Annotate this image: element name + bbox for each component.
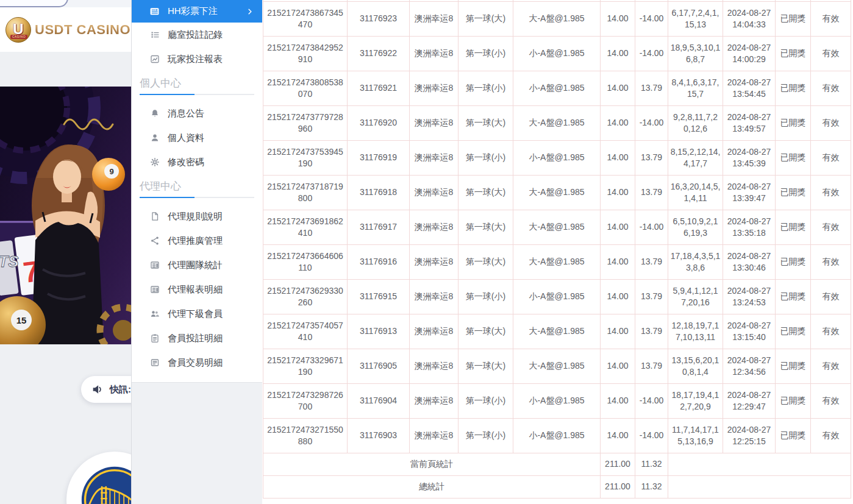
svg-text:TS: TS <box>0 252 19 271</box>
sidebar-item-member-transaction-detail[interactable]: 會員交易明細 <box>132 350 262 375</box>
newspaper-icon <box>149 6 160 16</box>
cell-time: 2024-08-27 12:29:47 <box>723 383 776 418</box>
cell-win-loss: 13.79 <box>635 175 668 210</box>
cell-time: 2024-08-27 13:49:57 <box>723 105 776 140</box>
cell-bet-content: 大-A盤@1.985 <box>513 210 601 244</box>
chevron-right-icon <box>246 8 254 15</box>
cell-period: 31176918 <box>348 175 410 210</box>
cell-game: 澳洲幸运8 <box>410 383 459 418</box>
cell-draw-numbers: 8,15,2,12,14,4,17,7 <box>668 140 723 175</box>
cell-order-id: 2152172473718719800 <box>263 175 348 210</box>
brand-coin-icon: U CASINO <box>5 17 31 43</box>
sidebar-drawer: HH彩票下注 廳室投註記錄 玩家投注報表 <box>131 0 262 504</box>
table-row: 2152172473779728960 31176920 澳洲幸运8 第一球(大… <box>263 105 851 140</box>
sidebar-item-hh-lottery-bet[interactable]: HH彩票下注 <box>132 0 262 23</box>
page-total-empty <box>668 453 851 475</box>
cell-win-loss: 13.79 <box>635 244 668 279</box>
cell-game: 澳洲幸运8 <box>410 314 459 349</box>
cell-period: 31176919 <box>348 140 410 175</box>
table-row: 2152172473629330260 31176915 澳洲幸运8 第一球(小… <box>263 279 851 314</box>
cell-bet-content: 大-A盤@1.985 <box>513 244 601 279</box>
sidebar-item-label: 代理報表明細 <box>168 284 223 296</box>
svg-text:9: 9 <box>109 167 113 176</box>
cell-bet-content: 大-A盤@1.985 <box>513 314 601 349</box>
cell-game: 澳洲幸运8 <box>410 210 459 244</box>
bet-records-panel: 2152172473867345470 31176923 澳洲幸运8 第一球(大… <box>262 0 853 504</box>
cell-play-type: 第一球(小) <box>459 36 513 71</box>
floating-team-button[interactable] <box>66 452 131 504</box>
cell-time: 2024-08-27 13:54:45 <box>723 71 776 105</box>
cell-status: 已開獎 <box>776 105 811 140</box>
sidebar-item-label: 消息公告 <box>168 108 204 119</box>
table-row: 2152172473574057410 31176913 澳洲幸运8 第一球(大… <box>263 314 851 349</box>
promo-banner-art: 7 TS 9 <box>0 87 131 344</box>
cell-draw-numbers: 11,7,14,17,15,13,16,9 <box>668 418 723 453</box>
sidebar-item-agent-promotion[interactable]: 代理推廣管理 <box>132 229 262 253</box>
sidebar-item-agent-rules[interactable]: 代理規則說明 <box>132 204 262 229</box>
section-title: 個人中心 <box>140 77 254 90</box>
page-total-amount: 211.00 <box>601 453 635 475</box>
svg-text:15: 15 <box>16 315 27 325</box>
gear-icon <box>149 157 160 167</box>
cell-time: 2024-08-27 13:30:46 <box>723 244 776 279</box>
sidebar-item-change-password[interactable]: 修改密碼 <box>132 150 262 174</box>
person-icon <box>149 133 160 143</box>
table-row: 2152172473691862410 31176917 澳洲幸运8 第一球(大… <box>263 210 851 244</box>
cell-play-type: 第一球(大) <box>459 314 513 349</box>
cell-amount: 14.00 <box>601 210 635 244</box>
table-row: 2152172473808538070 31176921 澳洲幸运8 第一球(小… <box>263 71 851 105</box>
cell-order-id: 2152172473691862410 <box>263 210 348 244</box>
cell-draw-numbers: 6,5,10,9,2,16,19,3 <box>668 210 723 244</box>
cell-validity: 有效 <box>811 279 851 314</box>
cell-order-id: 2152172473779728960 <box>263 105 348 140</box>
cell-order-id: 2152172473808538070 <box>263 71 348 105</box>
cell-play-type: 第一球(大) <box>459 210 513 244</box>
cell-validity: 有效 <box>811 1 851 36</box>
people-icon <box>149 309 160 319</box>
cell-order-id: 2152172473664606110 <box>263 244 348 279</box>
cell-draw-numbers: 5,9,4,1,12,17,20,16 <box>668 279 723 314</box>
sidebar-item-announcements[interactable]: 消息公告 <box>132 101 262 126</box>
cell-period: 31176920 <box>348 105 410 140</box>
cell-period: 31176923 <box>348 1 410 36</box>
cell-time: 2024-08-27 13:45:39 <box>723 140 776 175</box>
sidebar-item-profile[interactable]: 個人資料 <box>132 126 262 150</box>
cell-validity: 有效 <box>811 383 851 418</box>
cell-bet-content: 大-A盤@1.985 <box>513 349 601 383</box>
cell-play-type: 第一球(小) <box>459 71 513 105</box>
cell-time: 2024-08-27 12:25:15 <box>723 418 776 453</box>
cell-amount: 14.00 <box>601 383 635 418</box>
cell-bet-content: 小-A盤@1.985 <box>513 71 601 105</box>
sidebar-item-member-bet-detail[interactable]: 會員投註明細 <box>132 326 262 350</box>
cell-status: 已開獎 <box>776 175 811 210</box>
sidebar-item-label: 代理規則說明 <box>168 211 223 222</box>
list-bullets-icon <box>149 30 160 40</box>
cell-draw-numbers: 18,9,5,3,10,16,8,7 <box>668 36 723 71</box>
document-icon <box>149 211 160 221</box>
background-page: U CASINO USDT CASINO <box>0 0 131 504</box>
cell-play-type: 第一球(大) <box>459 105 513 140</box>
cell-amount: 14.00 <box>601 36 635 71</box>
news-report-icon <box>149 260 160 270</box>
cell-play-type: 第一球(大) <box>459 175 513 210</box>
cell-status: 已開獎 <box>776 279 811 314</box>
cell-period: 31176917 <box>348 210 410 244</box>
cell-play-type: 第一球(大) <box>459 244 513 279</box>
sidebar-item-room-bet-records[interactable]: 廳室投註記錄 <box>132 23 262 47</box>
sidebar-item-label: 廳室投註記錄 <box>168 29 223 41</box>
cell-period: 31176921 <box>348 71 410 105</box>
sidebar-item-agent-downline-members[interactable]: 代理下級會員 <box>132 302 262 326</box>
cell-amount: 14.00 <box>601 418 635 453</box>
cell-validity: 有效 <box>811 314 851 349</box>
section-divider <box>140 197 254 198</box>
warriors-logo-icon <box>80 465 131 504</box>
cell-play-type: 第一球(小) <box>459 279 513 314</box>
sidebar-item-player-bet-report[interactable]: 玩家投注報表 <box>132 47 262 71</box>
cell-amount: 14.00 <box>601 279 635 314</box>
cell-win-loss: 13.79 <box>635 314 668 349</box>
cell-draw-numbers: 17,18,4,3,5,13,8,6 <box>668 244 723 279</box>
sidebar-item-agent-report-detail[interactable]: 代理報表明細 <box>132 277 262 302</box>
table-row: 2152172473718719800 31176918 澳洲幸运8 第一球(大… <box>263 175 851 210</box>
sidebar-item-agent-team-stats[interactable]: 代理團隊統計 <box>132 253 262 277</box>
chart-box-icon <box>149 54 160 64</box>
